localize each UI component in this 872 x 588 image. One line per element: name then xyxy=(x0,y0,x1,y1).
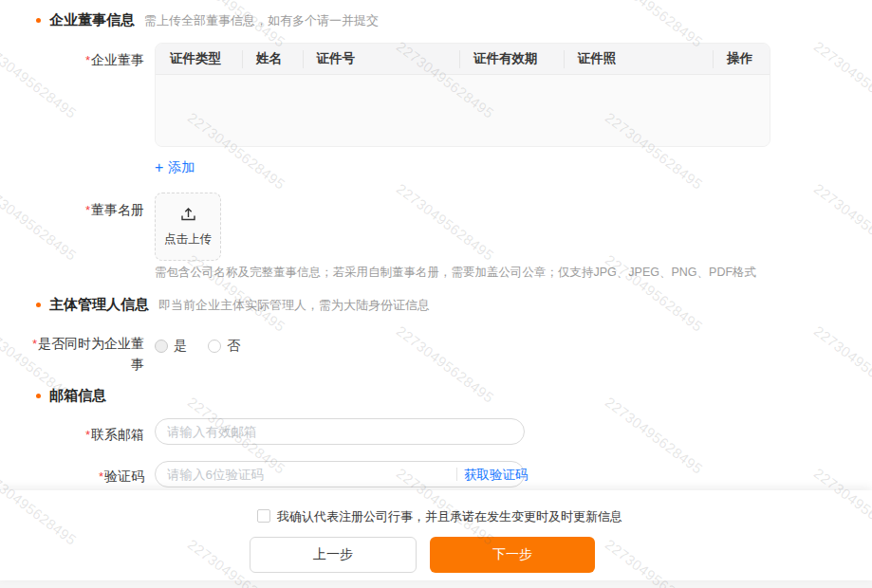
section-email-header: 邮箱信息 xyxy=(36,387,106,405)
get-code-button[interactable]: 获取验证码 xyxy=(464,467,529,484)
section-directors-desc: 需上传全部董事信息，如有多个请一并提交 xyxy=(144,12,379,29)
watermark-text: 22730495628495 xyxy=(811,38,872,121)
directors-table-label: *企业董事 xyxy=(35,50,144,71)
col-header-actions: 操作 xyxy=(713,44,770,74)
add-director-label: 添加 xyxy=(168,159,195,176)
upload-label: 点击上传 xyxy=(164,231,212,248)
page-bottom-strip xyxy=(0,580,872,588)
qualification-form-page: 企业董事信息 需上传全部董事信息，如有多个请一并提交 *企业董事 证件类型 姓名… xyxy=(0,0,872,588)
col-header-cert-type: 证件类型 xyxy=(156,44,242,74)
radio-option-no[interactable]: 否 xyxy=(208,338,240,355)
plus-icon: + xyxy=(155,160,163,175)
directors-table-header-row: 证件类型 姓名 证件号 证件有效期 证件照 操作 xyxy=(156,44,770,75)
radio-no-label: 否 xyxy=(227,338,240,355)
section-directors-header: 企业董事信息 需上传全部董事信息，如有多个请一并提交 xyxy=(36,11,379,29)
watermark-text: 22730495628495 xyxy=(811,180,872,264)
confirm-row: 我确认代表注册公司行事，并且承诺在发生变更时及时更新信息 xyxy=(257,508,622,525)
bullet-icon xyxy=(36,394,41,398)
watermark-text: 22730495628495 xyxy=(0,180,80,264)
col-header-cert-number: 证件号 xyxy=(303,44,459,74)
col-header-cert-validity: 证件有效期 xyxy=(459,44,564,74)
roster-label: *董事名册 xyxy=(35,200,144,221)
input-divider xyxy=(456,468,457,481)
contact-email-label: *联系邮箱 xyxy=(35,425,144,446)
directors-table-empty-body xyxy=(156,75,770,147)
also-director-label: *是否同时为企业董事 xyxy=(29,334,144,375)
verify-code-label: *验证码 xyxy=(35,467,144,487)
section-directors-title: 企业董事信息 xyxy=(49,11,135,29)
roster-hint-text: 需包含公司名称及完整董事信息；若采用自制董事名册，需要加盖公司公章；仅支持JPG… xyxy=(155,265,781,281)
watermark-text: 22730495628495 xyxy=(603,394,706,477)
required-mark: * xyxy=(85,53,90,67)
watermark-text: 22730495628495 xyxy=(394,180,497,264)
radio-yes-label: 是 xyxy=(174,338,187,355)
radio-icon-yes[interactable] xyxy=(155,340,168,353)
confirm-text: 我确认代表注册公司行事，并且承诺在发生变更时及时更新信息 xyxy=(277,508,622,525)
watermark-text: 22730495628495 xyxy=(394,322,497,406)
col-header-cert-photo: 证件照 xyxy=(564,44,713,74)
radio-icon-no[interactable] xyxy=(208,340,221,353)
section-manager-header: 主体管理人信息 即当前企业主体实际管理人，需为大陆身份证信息 xyxy=(36,296,430,314)
also-director-radio-group: 是 否 xyxy=(155,338,240,355)
section-manager-desc: 即当前企业主体实际管理人，需为大陆身份证信息 xyxy=(158,297,430,314)
bullet-icon xyxy=(36,303,41,307)
section-manager-title: 主体管理人信息 xyxy=(49,296,149,314)
roster-upload-button[interactable]: 点击上传 xyxy=(155,193,221,261)
section-email-title: 邮箱信息 xyxy=(49,387,106,405)
prev-step-button[interactable]: 上一步 xyxy=(250,537,417,573)
watermark-text: 22730495628495 xyxy=(811,322,872,406)
directors-table: 证件类型 姓名 证件号 证件有效期 证件照 操作 xyxy=(155,43,770,147)
contact-email-input[interactable] xyxy=(155,418,525,445)
col-header-name: 姓名 xyxy=(242,44,303,74)
confirm-checkbox[interactable] xyxy=(257,509,270,523)
next-step-button[interactable]: 下一步 xyxy=(430,537,595,573)
upload-icon xyxy=(180,207,196,225)
bullet-icon xyxy=(36,18,41,23)
add-director-button[interactable]: + 添加 xyxy=(155,159,195,176)
radio-option-yes[interactable]: 是 xyxy=(155,338,187,355)
